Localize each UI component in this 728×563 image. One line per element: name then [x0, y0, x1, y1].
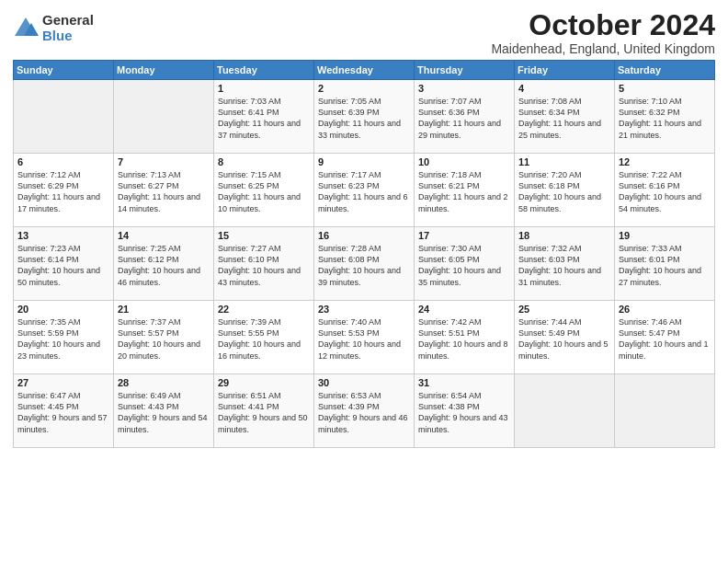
calendar-cell: 22Sunrise: 7:39 AM Sunset: 5:55 PM Dayli… [214, 301, 314, 374]
day-number: 28 [118, 377, 210, 388]
day-number: 13 [17, 230, 109, 241]
cell-info: Sunrise: 7:33 AM Sunset: 6:01 PM Dayligh… [619, 243, 711, 288]
calendar-cell: 24Sunrise: 7:42 AM Sunset: 5:51 PM Dayli… [415, 301, 515, 374]
week-row-1: 6Sunrise: 7:12 AM Sunset: 6:29 PM Daylig… [14, 154, 715, 227]
calendar-cell [515, 374, 615, 448]
calendar-cell: 27Sunrise: 6:47 AM Sunset: 4:45 PM Dayli… [14, 374, 114, 448]
calendar-header: SundayMondayTuesdayWednesdayThursdayFrid… [14, 61, 715, 80]
day-header-tuesday: Tuesday [214, 61, 314, 80]
cell-info: Sunrise: 7:40 AM Sunset: 5:53 PM Dayligh… [318, 316, 410, 362]
cell-info: Sunrise: 7:17 AM Sunset: 6:23 PM Dayligh… [318, 169, 410, 214]
day-number: 24 [418, 304, 510, 315]
day-header-thursday: Thursday [415, 61, 515, 80]
cell-info: Sunrise: 6:47 AM Sunset: 4:45 PM Dayligh… [17, 390, 109, 435]
day-number: 22 [218, 304, 310, 315]
calendar-body: 1Sunrise: 7:03 AM Sunset: 6:41 PM Daylig… [14, 80, 715, 448]
day-header-saturday: Saturday [615, 61, 715, 80]
week-row-2: 13Sunrise: 7:23 AM Sunset: 6:14 PM Dayli… [14, 227, 715, 301]
calendar-cell: 5Sunrise: 7:10 AM Sunset: 6:32 PM Daylig… [615, 80, 715, 154]
cell-info: Sunrise: 6:54 AM Sunset: 4:38 PM Dayligh… [418, 390, 510, 435]
day-number: 30 [318, 377, 410, 388]
calendar-cell: 29Sunrise: 6:51 AM Sunset: 4:41 PM Dayli… [214, 374, 314, 448]
cell-info: Sunrise: 6:53 AM Sunset: 4:39 PM Dayligh… [318, 390, 410, 435]
day-number: 31 [418, 377, 510, 388]
day-number: 4 [518, 83, 610, 94]
logo: General Blue [13, 13, 94, 43]
day-number: 27 [17, 377, 109, 388]
calendar-cell: 23Sunrise: 7:40 AM Sunset: 5:53 PM Dayli… [314, 301, 415, 374]
calendar-cell: 11Sunrise: 7:20 AM Sunset: 6:18 PM Dayli… [515, 154, 615, 227]
title-block: October 2024 Maidenhead, England, United… [491, 9, 715, 56]
day-number: 14 [118, 230, 210, 241]
calendar-cell: 7Sunrise: 7:13 AM Sunset: 6:27 PM Daylig… [114, 154, 214, 227]
cell-info: Sunrise: 7:20 AM Sunset: 6:18 PM Dayligh… [518, 169, 610, 214]
day-number: 23 [318, 304, 410, 315]
cell-info: Sunrise: 7:32 AM Sunset: 6:03 PM Dayligh… [518, 243, 610, 288]
calendar-cell: 9Sunrise: 7:17 AM Sunset: 6:23 PM Daylig… [314, 154, 415, 227]
cell-info: Sunrise: 7:13 AM Sunset: 6:27 PM Dayligh… [118, 169, 210, 214]
day-number: 9 [318, 156, 410, 167]
calendar-cell: 26Sunrise: 7:46 AM Sunset: 5:47 PM Dayli… [615, 301, 715, 374]
day-number: 11 [518, 156, 610, 167]
day-header-wednesday: Wednesday [314, 61, 415, 80]
calendar-cell [615, 374, 715, 448]
cell-info: Sunrise: 7:10 AM Sunset: 6:32 PM Dayligh… [619, 96, 711, 141]
cell-info: Sunrise: 7:12 AM Sunset: 6:29 PM Dayligh… [17, 169, 109, 214]
cell-info: Sunrise: 7:46 AM Sunset: 5:47 PM Dayligh… [619, 316, 711, 362]
calendar-cell: 4Sunrise: 7:08 AM Sunset: 6:34 PM Daylig… [515, 80, 615, 154]
cell-info: Sunrise: 7:08 AM Sunset: 6:34 PM Dayligh… [518, 96, 610, 141]
page: General Blue October 2024 Maidenhead, En… [0, 0, 728, 563]
day-number: 26 [619, 304, 711, 315]
cell-info: Sunrise: 7:30 AM Sunset: 6:05 PM Dayligh… [418, 243, 510, 288]
cell-info: Sunrise: 7:05 AM Sunset: 6:39 PM Dayligh… [318, 96, 410, 141]
cell-info: Sunrise: 7:39 AM Sunset: 5:55 PM Dayligh… [218, 316, 310, 362]
day-number: 16 [318, 230, 410, 241]
day-number: 3 [418, 83, 510, 94]
calendar-cell [114, 80, 214, 154]
calendar-cell: 18Sunrise: 7:32 AM Sunset: 6:03 PM Dayli… [515, 227, 615, 301]
logo-blue: Blue [42, 29, 94, 44]
calendar-cell: 25Sunrise: 7:44 AM Sunset: 5:49 PM Dayli… [515, 301, 615, 374]
day-number: 25 [518, 304, 610, 315]
day-number: 17 [418, 230, 510, 241]
cell-info: Sunrise: 7:22 AM Sunset: 6:16 PM Dayligh… [619, 169, 711, 214]
cell-info: Sunrise: 7:25 AM Sunset: 6:12 PM Dayligh… [118, 243, 210, 288]
day-number: 10 [418, 156, 510, 167]
cell-info: Sunrise: 7:27 AM Sunset: 6:10 PM Dayligh… [218, 243, 310, 288]
calendar-cell: 10Sunrise: 7:18 AM Sunset: 6:21 PM Dayli… [415, 154, 515, 227]
logo-icon [13, 16, 39, 41]
calendar-cell: 14Sunrise: 7:25 AM Sunset: 6:12 PM Dayli… [114, 227, 214, 301]
day-number: 6 [17, 156, 109, 167]
location: Maidenhead, England, United Kingdom [491, 41, 715, 56]
calendar-table: SundayMondayTuesdayWednesdayThursdayFrid… [13, 60, 715, 448]
calendar-cell: 6Sunrise: 7:12 AM Sunset: 6:29 PM Daylig… [14, 154, 114, 227]
day-number: 1 [218, 83, 310, 94]
calendar-cell: 13Sunrise: 7:23 AM Sunset: 6:14 PM Dayli… [14, 227, 114, 301]
calendar-cell: 15Sunrise: 7:27 AM Sunset: 6:10 PM Dayli… [214, 227, 314, 301]
day-number: 12 [619, 156, 711, 167]
day-number: 7 [118, 156, 210, 167]
cell-info: Sunrise: 7:37 AM Sunset: 5:57 PM Dayligh… [118, 316, 210, 362]
calendar-cell: 20Sunrise: 7:35 AM Sunset: 5:59 PM Dayli… [14, 301, 114, 374]
calendar-cell: 16Sunrise: 7:28 AM Sunset: 6:08 PM Dayli… [314, 227, 415, 301]
day-header-sunday: Sunday [14, 61, 114, 80]
month-title: October 2024 [491, 9, 715, 41]
cell-info: Sunrise: 7:15 AM Sunset: 6:25 PM Dayligh… [218, 169, 310, 214]
header-row: SundayMondayTuesdayWednesdayThursdayFrid… [14, 61, 715, 80]
cell-info: Sunrise: 7:28 AM Sunset: 6:08 PM Dayligh… [318, 243, 410, 288]
day-number: 21 [118, 304, 210, 315]
calendar-cell: 12Sunrise: 7:22 AM Sunset: 6:16 PM Dayli… [615, 154, 715, 227]
calendar-cell: 21Sunrise: 7:37 AM Sunset: 5:57 PM Dayli… [114, 301, 214, 374]
day-number: 19 [619, 230, 711, 241]
cell-info: Sunrise: 7:18 AM Sunset: 6:21 PM Dayligh… [418, 169, 510, 214]
cell-info: Sunrise: 7:23 AM Sunset: 6:14 PM Dayligh… [17, 243, 109, 288]
day-number: 20 [17, 304, 109, 315]
calendar-cell: 3Sunrise: 7:07 AM Sunset: 6:36 PM Daylig… [415, 80, 515, 154]
calendar-cell: 31Sunrise: 6:54 AM Sunset: 4:38 PM Dayli… [415, 374, 515, 448]
cell-info: Sunrise: 6:49 AM Sunset: 4:43 PM Dayligh… [118, 390, 210, 435]
logo-text: General Blue [42, 13, 94, 43]
day-number: 29 [218, 377, 310, 388]
day-number: 18 [518, 230, 610, 241]
cell-info: Sunrise: 7:44 AM Sunset: 5:49 PM Dayligh… [518, 316, 610, 362]
day-header-monday: Monday [114, 61, 214, 80]
